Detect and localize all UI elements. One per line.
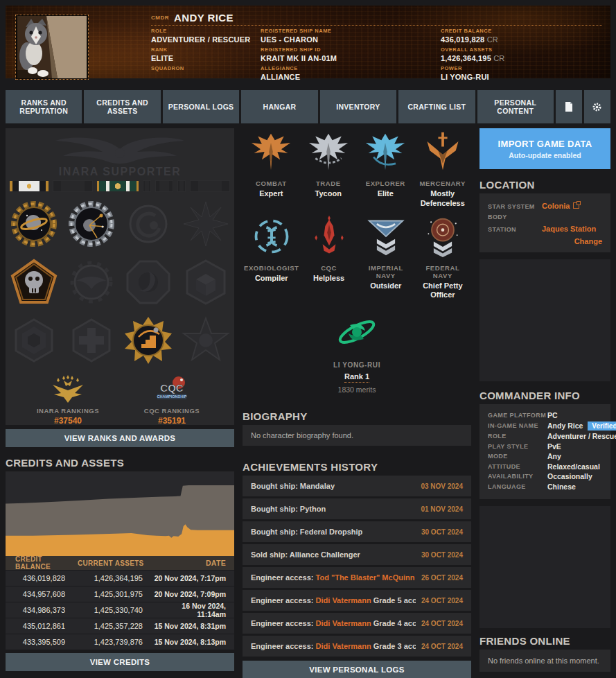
overall-assets: 1,426,364,195 [441,54,491,62]
tab-settings[interactable] [584,90,610,123]
engineer-link[interactable]: Didi Vatermann [316,642,371,650]
supporter-wings-icon [40,132,200,167]
achievement-date: 24 OCT 2024 [421,620,463,627]
gold-planet-medal [6,198,63,250]
commander-info-heading: COMMANDER INFO [479,390,610,401]
power-merits: 1830 merits [243,385,471,394]
bronze-skull-medal [6,256,63,308]
li-yong-rui-power-icon [335,310,379,354]
tab-personal-logs[interactable]: PERSONAL LOGS [163,90,239,123]
exobiologist-rank-icon [251,216,292,257]
cell-date: 15 Nov 2024, 8:31pm [152,622,234,630]
star-medal [177,314,235,367]
federal-navy-rank-icon [422,216,464,257]
table-row: 433,395,5091,423,739,87615 Nov 2024, 8:1… [6,634,234,650]
tab-ranks-and-reputation[interactable]: RANKS AND REPUTATION [6,90,82,123]
cross-medal [177,198,235,250]
credits-table-header: CREDIT BALANCE CURRENT ASSETS DATE [6,556,234,570]
credits-assets-chart [6,471,234,556]
achievement-row: Bought ship: Mandalay03 NOV 2024 [243,476,471,496]
table-row: 435,012,8611,425,357,22815 Nov 2024, 8:3… [6,618,234,634]
inara-rankings-value: #37540 [26,416,109,425]
gear-icon [592,102,602,112]
engineer-link[interactable]: Didi Vatermann [316,619,371,627]
achievements-heading: ACHIEVEMENTS HISTORY [243,461,471,473]
field-label: POWER [441,65,579,71]
hex-medal [6,314,63,367]
engineer-link[interactable]: Didi Vatermann [316,596,371,605]
cr-suffix: CR [491,54,505,62]
table-row: 434,957,6081,425,301,97520 Nov 2024, 7:0… [6,586,234,602]
rank-exobiologist: EXOBIOLOGIST Compiler [243,216,301,301]
cell-assets: 1,425,357,228 [72,622,152,630]
achievement-row: Bought ship: Python01 NOV 2024 [243,498,471,519]
station-label: STATION [488,225,542,233]
member-ribbon [97,181,139,191]
cr-suffix: CR [484,35,498,44]
locked-ribbon [143,180,151,192]
rank-trade: TRADE Tycoon [300,131,358,209]
explorer-rank-icon [364,131,406,173]
table-row: 434,986,3731,425,330,74016 Nov 2024, 11:… [6,602,234,618]
achievement-date: 26 OCT 2024 [421,574,463,582]
engineer-link[interactable]: Tod "The Blaster" McQuinn [316,573,415,582]
inara-rankings[interactable]: INARA RANKINGS #37540 [26,374,109,425]
placeholder-panel [479,506,610,628]
cell-date: 20 Nov 2024, 7:09pm [152,590,234,598]
credit-balance: 436,019,828 [441,35,484,44]
tab-personal-content[interactable]: PERSONAL CONTENT [477,90,554,123]
achievement-date: 24 OCT 2024 [421,643,463,650]
hex-cross-medal [63,314,121,367]
achievements-list: Bought ship: Mandalay03 NOV 2024 Bought … [243,476,471,657]
friends-empty-text: No friends online at this moment. [488,657,599,665]
achievement-row: Bought ship: Federal Dropship30 OCT 2024 [243,521,471,542]
power-block: LI YONG-RUI Rank 1 1830 merits [243,310,471,394]
placeholder-panel [479,259,610,381]
tab-credits-and-assets[interactable]: CREDITS AND ASSETS [84,90,160,123]
station-link[interactable]: Jaques Station [542,225,596,233]
view-ranks-awards-button[interactable]: VIEW RANKS AND AWARDS [6,429,234,447]
cqc-rankings-label: CQC RANKINGS [130,407,213,415]
inara-rankings-icon [50,375,86,404]
cqc-rankings[interactable]: CQC CHAMPIONSHIP CQC RANKINGS #35191 [130,374,213,425]
friends-online-panel: No friends online at this moment. [479,650,610,672]
achievement-date: 30 OCT 2024 [421,528,463,536]
change-location-link[interactable]: Change [488,237,602,245]
cell-balance: 433,395,509 [6,638,72,646]
power-rank[interactable]: Rank 1 [344,372,369,383]
import-game-data-button[interactable]: IMPORT GAME DATA Auto-update enabled [479,128,610,169]
achievement-date: 01 NOV 2024 [421,505,463,513]
star-system-link[interactable]: Colonia [542,202,570,210]
locked-ribbon [190,180,230,192]
tab-crafting-list[interactable]: CRAFTING LIST [398,90,475,123]
cell-balance: 434,957,608 [6,590,72,598]
hex-cube-medal [177,256,235,308]
cell-balance: 435,012,861 [6,622,72,630]
notes-icon [564,101,574,112]
tab-inventory[interactable]: INVENTORY [320,90,396,123]
cqc-rankings-value: #35191 [130,416,213,425]
tab-hangar[interactable]: HANGAR [241,90,317,123]
biography-empty-text: No character biography found. [251,431,353,440]
power-name: LI YONG-RUI [243,361,471,369]
imperial-navy-rank-icon [365,216,407,257]
view-personal-logs-button[interactable]: VIEW PERSONAL LOGS [243,661,471,678]
external-link-icon[interactable] [573,202,579,209]
octagon-medal [120,256,177,308]
biography-heading: BIOGRAPHY [243,410,471,422]
supporter-ribbon [10,181,49,191]
body-label: BODY [488,212,542,220]
view-credits-button[interactable]: VIEW CREDITS [6,653,234,671]
tab-notes[interactable] [556,90,582,123]
achievement-row: Engineer access: Didi Vatermann Grade 5 … [243,590,471,611]
locked-ribbon [177,180,186,192]
silver-planet-medal [63,198,121,250]
ribbon-rack [6,180,234,192]
locked-ribbon [155,180,173,192]
field-value: ALLIANCE [261,73,399,81]
mercenary-rank-icon [422,131,464,173]
commander-name: ANDY RICE [174,12,234,24]
achievement-row: Engineer access: Didi Vatermann Grade 3 … [243,636,471,657]
rank-cqc: CQC Helpless [301,216,358,301]
cat-photo [17,16,87,78]
